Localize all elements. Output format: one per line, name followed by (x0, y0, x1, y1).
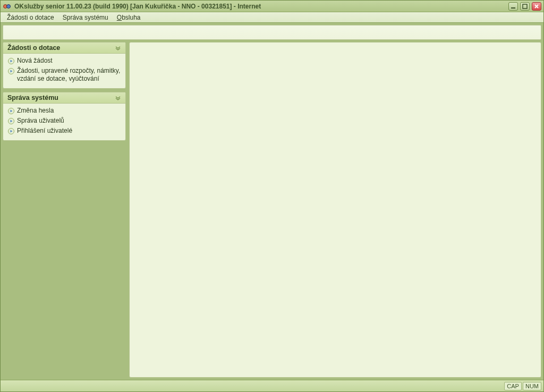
nav-sprava-uzivatelu[interactable]: Správa uživatelů (6, 116, 122, 126)
menu-label: Obsluha (117, 14, 141, 21)
content-pane (129, 42, 541, 378)
status-num: NUM (523, 382, 541, 390)
panel-body: Změna hesla Správa uživatelů Přihlášení … (3, 104, 125, 140)
panel-zadosti: Žádosti o dotace Nová žádost Žádosti, up (3, 42, 126, 89)
window-title: OKslužby senior 11.00.23 (build 1990) [J… (14, 3, 508, 10)
play-icon (7, 107, 15, 115)
titlebar: OKslužby senior 11.00.23 (build 1990) [J… (1, 1, 543, 12)
close-button[interactable] (532, 2, 541, 11)
nav-label: Změna hesla (17, 107, 54, 115)
play-icon (7, 57, 15, 65)
minimize-button[interactable] (508, 2, 518, 11)
menu-label: Správa systému (63, 14, 108, 21)
menu-sprava[interactable]: Správa systému (58, 13, 113, 22)
play-icon (7, 67, 15, 75)
menubar: Žádosti o dotace Správa systému Obsluha (1, 12, 543, 23)
nav-label: Přihlášení uživatelé (17, 127, 72, 135)
collapse-icon (115, 45, 121, 51)
panel-sprava: Správa systému Změna hesla Správa uživat (3, 92, 126, 141)
nav-zadosti-rozpocty[interactable]: Žádosti, upravené rozpočty, námitky, vzd… (6, 66, 122, 84)
main-area: Žádosti o dotace Nová žádost Žádosti, up (1, 40, 543, 380)
menu-obsluha[interactable]: Obsluha (113, 13, 145, 22)
panel-title: Správa systému (7, 94, 58, 101)
nav-label: Žádosti, upravené rozpočty, námitky, vzd… (17, 67, 121, 83)
app-icon (3, 2, 11, 11)
play-icon (7, 127, 15, 135)
toolbar-strip (3, 25, 541, 40)
menu-label: Žádosti o dotace (7, 14, 54, 21)
status-cap: CAP (504, 382, 522, 390)
sidebar: Žádosti o dotace Nová žádost Žádosti, up (3, 42, 126, 378)
nav-prihlaseni-uzivatele[interactable]: Přihlášení uživatelé (6, 126, 122, 136)
svg-point-1 (7, 4, 11, 8)
window-controls (508, 2, 541, 11)
menu-zadosti[interactable]: Žádosti o dotace (3, 13, 58, 22)
nav-label: Správa uživatelů (17, 117, 64, 125)
nav-nova-zadost[interactable]: Nová žádost (6, 56, 122, 66)
nav-label: Nová žádost (17, 57, 53, 65)
svg-rect-3 (523, 4, 527, 8)
maximize-button[interactable] (520, 2, 530, 11)
collapse-icon (115, 95, 121, 101)
svg-rect-2 (511, 7, 515, 8)
panel-title: Žádosti o dotace (7, 44, 60, 52)
nav-zmena-hesla[interactable]: Změna hesla (6, 106, 122, 116)
panel-header-zadosti[interactable]: Žádosti o dotace (3, 42, 125, 54)
play-icon (7, 117, 15, 125)
panel-body: Nová žádost Žádosti, upravené rozpočty, … (3, 54, 125, 88)
panel-header-sprava[interactable]: Správa systému (3, 92, 125, 104)
statusbar: CAP NUM (1, 380, 543, 391)
